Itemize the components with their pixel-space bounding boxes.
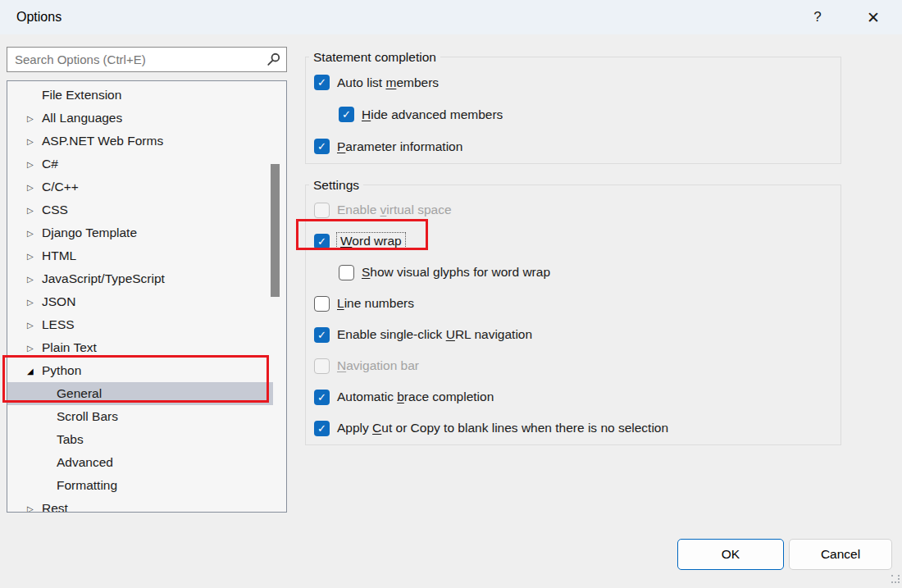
tree-item-html[interactable]: ▷ HTML (7, 244, 273, 267)
options-tree: File Extension ▷ All Languages ▷ ASP.NET… (7, 80, 287, 513)
group-items: ✓ Auto list members ✓ Hide advanced memb… (306, 57, 840, 162)
expander-icon[interactable]: ▷ (27, 229, 40, 238)
expander-icon[interactable]: ▷ (27, 137, 40, 146)
checkbox-row-apply-cut-copy-blank-lines[interactable]: ✓ Apply Cut or Copy to blank lines when … (306, 413, 840, 444)
checkbox-navigation-bar[interactable] (314, 358, 330, 374)
cancel-button[interactable]: Cancel (789, 539, 892, 570)
checkbox-show-visual-glyphs[interactable] (339, 265, 354, 280)
checkbox-label: Auto list members (337, 75, 439, 90)
tree-item-label: Formatting (57, 478, 117, 493)
tree-item-tabs[interactable]: Tabs (7, 428, 273, 451)
ok-button[interactable]: OK (677, 539, 784, 570)
close-button[interactable]: ✕ (861, 6, 886, 29)
checkbox-label: Word wrap (337, 233, 405, 249)
tree-item-label: Django Template (42, 226, 137, 240)
checkbox-parameter-information[interactable]: ✓ (314, 139, 330, 154)
checkbox-row-hide-advanced-members[interactable]: ✓ Hide advanced members (306, 98, 840, 130)
tree-item-all-languages[interactable]: ▷ All Languages (7, 107, 273, 130)
tree-item-django-template[interactable]: ▷ Django Template (7, 221, 273, 244)
tree-item-label: HTML (42, 248, 76, 263)
checkbox-apply-cut-copy-blank-lines[interactable]: ✓ (314, 421, 330, 436)
checkbox-label: Hide advanced members (362, 107, 503, 122)
tree-item-label: Scroll Bars (57, 409, 118, 424)
expander-icon[interactable]: ▷ (27, 160, 40, 169)
tree-item-label: CSS (42, 203, 68, 217)
checkbox-enable-virtual-space[interactable] (314, 203, 330, 218)
checkbox-row-automatic-brace-completion[interactable]: ✓ Automatic brace completion (306, 381, 840, 413)
expander-icon[interactable]: ▷ (27, 321, 40, 330)
tree-item-c-c[interactable]: ▷ C/C++ (7, 175, 273, 198)
group-box-settings: Settings Enable virtual space ✓ Word wra… (305, 185, 841, 445)
expander-icon[interactable]: ▷ (27, 275, 40, 284)
checkbox-row-line-numbers[interactable]: Line numbers (306, 288, 840, 319)
tree-item-json[interactable]: ▷ JSON (7, 290, 273, 313)
checkbox-label: Show visual glyphs for word wrap (362, 265, 550, 280)
tree-item-less[interactable]: ▷ LESS (7, 313, 273, 336)
expander-icon[interactable]: ◢ (27, 367, 40, 376)
tree-item-rest[interactable]: ▷ Rest (7, 497, 273, 513)
expander-icon[interactable]: ▷ (27, 183, 40, 192)
tree-item-scroll-bars[interactable]: Scroll Bars (7, 405, 273, 428)
checkbox-label: Line numbers (337, 296, 414, 311)
tree-item-label: Plain Text (42, 340, 97, 355)
help-button[interactable]: ? (805, 6, 830, 29)
tree-item-formatting[interactable]: Formatting (7, 474, 273, 497)
tree-item-asp-net-web-forms[interactable]: ▷ ASP.NET Web Forms (7, 130, 273, 153)
tree-item-c[interactable]: ▷ C# (7, 153, 273, 175)
group-title: Settings (309, 176, 363, 194)
group-items: Enable virtual space ✓ Word wrap Show vi… (306, 185, 840, 444)
tree-item-label: ASP.NET Web Forms (42, 134, 163, 148)
expander-icon[interactable]: ▷ (27, 504, 40, 513)
checkbox-row-navigation-bar[interactable]: Navigation bar (306, 350, 840, 381)
tree-item-label: File Extension (42, 88, 121, 103)
tree-item-css[interactable]: ▷ CSS (7, 198, 273, 221)
tree-item-file-extension[interactable]: File Extension (7, 84, 273, 107)
checkbox-hide-advanced-members[interactable]: ✓ (339, 107, 354, 122)
checkbox-automatic-brace-completion[interactable]: ✓ (314, 390, 330, 405)
tree-scrollbar-thumb[interactable] (271, 164, 280, 297)
tree-item-label: C/C++ (42, 180, 79, 194)
checkbox-row-auto-list-members[interactable]: ✓ Auto list members (306, 66, 840, 98)
expander-icon[interactable]: ▷ (27, 206, 40, 215)
checkbox-line-numbers[interactable] (314, 296, 330, 312)
title-bar: Options ? ✕ (0, 0, 902, 34)
checkbox-row-parameter-information[interactable]: ✓ Parameter information (306, 130, 840, 162)
tree-rows: File Extension ▷ All Languages ▷ ASP.NET… (7, 84, 273, 513)
tree-item-plain-text[interactable]: ▷ Plain Text (7, 336, 273, 359)
tree-item-label: C# (42, 157, 58, 171)
tree-item-advanced[interactable]: Advanced (7, 451, 273, 474)
checkbox-row-enable-virtual-space[interactable]: Enable virtual space (306, 194, 840, 226)
checkbox-label: Enable virtual space (337, 203, 452, 217)
checkbox-single-click-url-navigation[interactable]: ✓ (314, 327, 330, 343)
tree-item-label: Advanced (57, 455, 113, 470)
checkbox-label: Parameter information (337, 139, 462, 154)
checkbox-word-wrap[interactable]: ✓ (314, 234, 330, 249)
checkbox-label: Automatic brace completion (337, 390, 494, 404)
group-title: Statement completion (309, 48, 440, 66)
checkbox-auto-list-members[interactable]: ✓ (314, 75, 330, 90)
checkbox-label: Apply Cut or Copy to blank lines when th… (337, 421, 668, 435)
checkbox-row-word-wrap[interactable]: ✓ Word wrap (306, 226, 840, 257)
tree-item-general[interactable]: General (7, 382, 273, 405)
window-title: Options (16, 0, 61, 34)
expander-icon[interactable]: ▷ (27, 298, 40, 307)
search-icon[interactable] (266, 52, 281, 67)
tree-item-label: Tabs (57, 432, 84, 447)
tree-item-javascript-typescript[interactable]: ▷ JavaScript/TypeScript (7, 267, 273, 290)
tree-item-label: JSON (42, 294, 75, 309)
expander-icon[interactable]: ▷ (27, 114, 40, 123)
expander-icon[interactable]: ▷ (27, 344, 40, 353)
expander-icon[interactable]: ▷ (27, 252, 40, 261)
checkbox-row-show-visual-glyphs[interactable]: Show visual glyphs for word wrap (306, 257, 840, 288)
tree-item-label: Python (42, 363, 81, 378)
checkbox-label: Enable single-click URL navigation (337, 327, 532, 342)
tree-item-label: LESS (42, 317, 75, 332)
resize-grip-icon[interactable] (891, 574, 900, 584)
checkbox-label: Navigation bar (337, 358, 419, 373)
tree-item-python[interactable]: ◢ Python (7, 359, 273, 382)
tree-item-label: All Languages (42, 111, 122, 125)
search-input[interactable] (7, 47, 287, 72)
tree-item-label: General (57, 386, 102, 401)
checkbox-row-single-click-url-navigation[interactable]: ✓ Enable single-click URL navigation (306, 319, 840, 350)
group-box-statement-completion: Statement completion ✓ Auto list members… (305, 57, 841, 164)
